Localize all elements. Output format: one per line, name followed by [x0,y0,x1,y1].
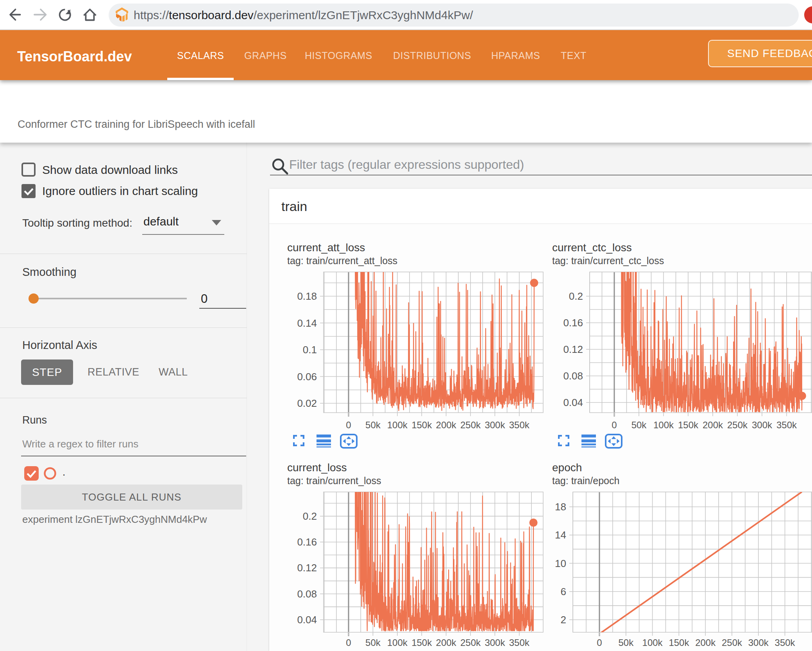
svg-text:350k: 350k [775,637,796,648]
svg-text:100k: 100k [387,637,408,648]
svg-text:0.06: 0.06 [297,371,317,383]
svg-text:300k: 300k [748,637,769,648]
svg-text:14: 14 [555,529,566,541]
svg-text:100k: 100k [642,637,663,648]
svg-text:0: 0 [346,637,351,648]
svg-text:350k: 350k [776,420,797,430]
svg-text:300k: 300k [485,420,505,430]
svg-text:6: 6 [561,586,566,597]
svg-text:250k: 250k [460,637,481,648]
svg-text:0.16: 0.16 [297,536,317,548]
svg-text:0: 0 [612,420,617,430]
svg-text:0.04: 0.04 [563,397,583,408]
svg-text:0.18: 0.18 [297,290,317,302]
svg-text:250k: 250k [727,420,748,430]
svg-text:0.2: 0.2 [569,290,583,302]
svg-text:50k: 50k [631,420,647,430]
svg-text:0.04: 0.04 [297,614,317,626]
svg-text:0.1: 0.1 [303,344,317,356]
svg-text:0: 0 [597,637,602,648]
svg-text:100k: 100k [387,420,408,430]
svg-text:200k: 200k [703,420,723,430]
svg-text:2: 2 [561,614,566,626]
svg-text:0: 0 [346,420,351,430]
svg-text:150k: 150k [411,420,432,430]
svg-text:50k: 50k [618,637,634,648]
svg-text:300k: 300k [485,637,505,648]
svg-text:200k: 200k [436,637,457,648]
svg-text:250k: 250k [460,420,481,430]
svg-text:0.08: 0.08 [297,588,317,600]
svg-text:350k: 350k [509,637,530,648]
svg-text:200k: 200k [695,637,716,648]
svg-text:150k: 150k [411,637,432,648]
svg-text:18: 18 [555,501,566,513]
svg-text:10: 10 [555,558,566,569]
svg-text:0.14: 0.14 [297,317,317,329]
svg-text:0.12: 0.12 [297,562,317,574]
svg-text:0.02: 0.02 [297,397,317,409]
svg-text:0.08: 0.08 [563,370,583,382]
svg-text:100k: 100k [653,420,674,430]
svg-text:250k: 250k [722,637,742,648]
svg-text:150k: 150k [669,637,689,648]
svg-text:350k: 350k [509,420,530,430]
svg-text:50k: 50k [365,420,381,430]
svg-text:50k: 50k [365,637,381,648]
svg-text:150k: 150k [678,420,699,430]
svg-text:200k: 200k [436,420,457,430]
svg-text:0.12: 0.12 [563,343,583,355]
svg-text:0.16: 0.16 [563,317,583,329]
svg-text:0.2: 0.2 [303,510,317,522]
svg-text:300k: 300k [752,420,773,430]
